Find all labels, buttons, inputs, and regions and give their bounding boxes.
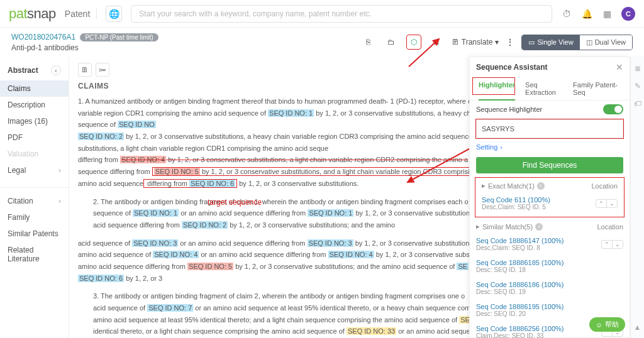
warning-icon[interactable]: ▲ (634, 323, 641, 332)
logo[interactable]: patsnap (9, 6, 56, 22)
search-wrapper (131, 5, 552, 23)
setting-link[interactable]: Setting › (470, 139, 630, 155)
seq-id-1: SEQ ID NO: 1 (268, 109, 314, 117)
annotation-label: target sequence (208, 196, 262, 209)
result-sim-1[interactable]: Seq Code 18886147 (100%)Desc,Claim: SEQ … (470, 234, 630, 256)
stopwatch-icon[interactable]: ⏱ (561, 8, 572, 19)
avatar[interactable]: C (621, 7, 635, 21)
svg-line-0 (409, 39, 439, 67)
patent-title: Anti-pd-1 antibodies (11, 43, 158, 52)
similar-match-header[interactable]: ▸ Similar Match(5) i (476, 222, 543, 231)
panel-title: Sequence Assistant (476, 63, 548, 72)
save-note-icon[interactable]: 🗎 (78, 63, 92, 77)
globe-icon[interactable]: 🌐 (106, 6, 122, 22)
seq-id-2: SEQ ID NO: 2 (78, 133, 124, 140)
publication-number[interactable]: WO2018020476A1 (11, 33, 75, 41)
sidebar-item-valuation: Valuation (0, 146, 69, 162)
result-sim-3[interactable]: Seq Code 18886186 (100%)Desc: SEQ ID. 19 (470, 278, 630, 300)
seq-highlighter-label: Sequence Highlighter (476, 106, 542, 113)
find-sequences-button[interactable]: Find Sequences (476, 157, 623, 173)
sidebar-item-claims[interactable]: Claims (0, 80, 69, 97)
result-nav[interactable]: ⌃⌄ (596, 199, 618, 208)
list-icon[interactable]: ≣ (635, 64, 641, 73)
folder-icon[interactable]: 🗀 (384, 35, 399, 50)
tab-highlighter[interactable]: Highlighter (474, 77, 520, 100)
tab-family-patent-seq[interactable]: Family Patent-Seq (568, 77, 626, 100)
section-label: Patent (65, 9, 97, 19)
sidebar-item-citation[interactable]: Citation› (0, 193, 69, 209)
sidebar-item-related-lit[interactable]: Related Literature (0, 242, 69, 267)
seq-id-no: SEQ ID NO (118, 121, 156, 128)
dual-view-button[interactable]: ◫ Dual View (580, 35, 632, 50)
main-area: Abstract ‹ Claims Description Images (16… (0, 57, 644, 338)
tag-icon[interactable]: 🏷 (634, 99, 641, 108)
search-input[interactable] (131, 5, 552, 23)
meta-bar: WO2018020476A1 PCT-NP (Past time limit) … (0, 28, 644, 57)
sidebar-head-abstract[interactable]: Abstract ‹ (0, 63, 69, 78)
pen-icon[interactable]: ✎ (635, 82, 641, 90)
result-sim-2[interactable]: Seq Code 18886185 (100%)Desc: SEQ ID. 18 (470, 256, 630, 278)
collapse-icon[interactable]: ‹ (51, 65, 61, 75)
bell-icon[interactable]: 🔔 (581, 8, 592, 19)
sidebar-item-family[interactable]: Family (0, 209, 69, 226)
more-menu-icon[interactable]: ⋮ (506, 38, 514, 46)
result-exact-1[interactable]: Seq Code 611 (100%)Desc,Claim: SEQ ID. 5… (475, 194, 624, 215)
highlighter-toggle[interactable] (603, 104, 623, 114)
sequence-assistant-panel: Sequence Assistant ✕ Highlighter Seq Ext… (469, 57, 630, 338)
sidebar-item-pdf[interactable]: PDF (0, 129, 69, 146)
tab-seq-extraction[interactable]: Seq Extraction (520, 77, 568, 100)
top-bar: patsnap Patent 🌐 ⏱ 🔔 ▦ C (0, 0, 644, 28)
sidebar: Abstract ‹ Claims Description Images (16… (0, 57, 69, 338)
apps-icon[interactable]: ▦ (601, 8, 613, 19)
sequence-input[interactable]: SASYRYS (476, 119, 623, 138)
exact-match-header[interactable]: ▸ Exact Match(1) i (482, 182, 545, 190)
help-button[interactable]: ☺ 帮助 (589, 317, 625, 332)
close-icon[interactable]: ✕ (616, 62, 623, 72)
pdf-icon[interactable]: ⎘ (361, 35, 376, 50)
header-tools: ⏱ 🔔 ▦ C (561, 7, 635, 21)
seq-id-5-target: SEQ ID NO: 5 (154, 168, 200, 175)
sidebar-item-legal[interactable]: Legal› (0, 162, 69, 178)
sidebar-item-description[interactable]: Description (0, 97, 69, 113)
location-header-2: Location (597, 223, 623, 231)
seq-id-4-strike: SEQ ID NO: 4 (120, 156, 166, 163)
location-header: Location (591, 182, 618, 190)
seq-id-6: SEQ ID NO: 6 (189, 180, 235, 187)
right-toolbar: ≣ ✎ 🏷 ▲ (630, 57, 644, 338)
status-chip: PCT-NP (Past time limit) (80, 33, 158, 41)
chevron-icon: › (58, 166, 61, 175)
list-view-icon[interactable]: ≔ (96, 63, 109, 77)
sidebar-item-images[interactable]: Images (16) (0, 113, 69, 129)
sidebar-item-similar[interactable]: Similar Patents (0, 226, 69, 242)
single-view-button[interactable]: ▭ Single View (522, 35, 579, 50)
view-toggle: ▭ Single View ◫ Dual View (521, 35, 633, 50)
